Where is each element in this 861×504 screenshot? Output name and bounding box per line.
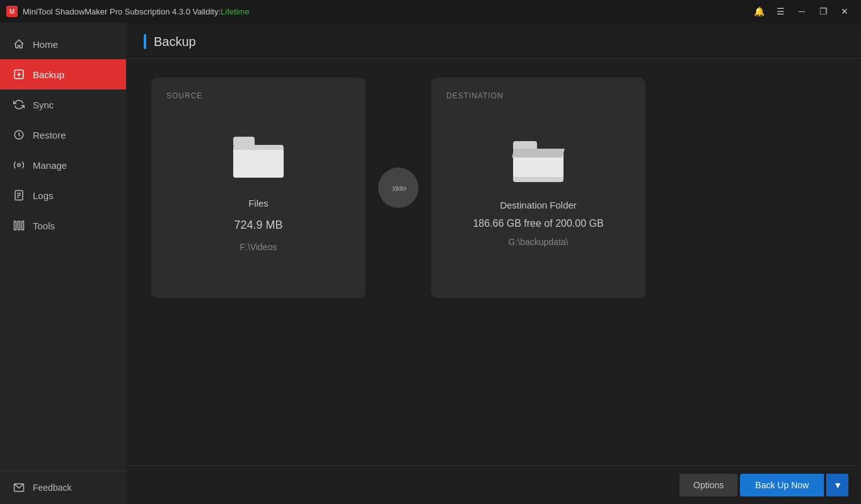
notification-button[interactable]: 🔔 <box>749 3 769 20</box>
sidebar-item-manage[interactable]: Manage <box>0 150 126 180</box>
svg-rect-10 <box>18 221 20 230</box>
page-accent <box>144 34 146 49</box>
sidebar-nav: Home Backup <box>0 29 126 471</box>
sidebar-item-restore[interactable]: Restore <box>0 120 126 150</box>
app-logo: M <box>6 6 18 17</box>
sidebar-item-backup-label: Backup <box>33 69 64 80</box>
restore-button[interactable]: ❐ <box>813 3 833 20</box>
feedback-icon <box>13 481 25 494</box>
options-button[interactable]: Options <box>679 474 737 496</box>
main-content: Backup SOURCE Files 724.9 MB F:\Videos <box>126 23 861 504</box>
close-button[interactable]: ✕ <box>835 3 855 20</box>
titlebar: M MiniTool ShadowMaker Pro Subscription … <box>0 0 861 23</box>
logs-icon <box>13 189 25 202</box>
app-title: MiniTool ShadowMaker Pro Subscription 4.… <box>23 7 741 16</box>
source-size: 724.9 MB <box>234 219 282 232</box>
sidebar-item-home[interactable]: Home <box>0 29 126 59</box>
bottom-bar: Options Back Up Now ▼ <box>126 466 861 504</box>
svg-rect-11 <box>22 221 24 230</box>
manage-icon <box>13 159 25 171</box>
destination-card[interactable]: DESTINATION Destination Folder 186.66 GB… <box>431 77 645 298</box>
source-card[interactable]: SOURCE Files 724.9 MB F:\Videos <box>151 77 366 298</box>
source-path: F:\Videos <box>240 242 277 252</box>
backup-area: SOURCE Files 724.9 MB F:\Videos »»» <box>126 59 861 466</box>
backup-icon <box>13 68 25 81</box>
sidebar-item-sync-label: Sync <box>33 100 54 110</box>
svg-point-4 <box>18 164 21 167</box>
dest-label: DESTINATION <box>446 91 504 100</box>
dest-free: 186.66 GB free of 200.00 GB <box>473 218 603 229</box>
sidebar-item-restore-label: Restore <box>33 130 66 140</box>
home-icon <box>13 38 25 50</box>
source-type: Files <box>248 198 269 209</box>
sidebar-item-logs-label: Logs <box>33 190 54 201</box>
window-controls: 🔔 ☰ ─ ❐ ✕ <box>749 3 855 20</box>
feedback-item[interactable]: Feedback <box>13 481 113 494</box>
feedback-label: Feedback <box>33 483 71 493</box>
sidebar-item-backup[interactable]: Backup <box>0 59 126 89</box>
sidebar-item-home-label: Home <box>33 39 58 50</box>
svg-rect-9 <box>14 221 16 230</box>
sidebar-item-tools[interactable]: Tools <box>0 210 126 241</box>
tools-icon <box>13 219 25 232</box>
sidebar-item-sync[interactable]: Sync <box>0 89 126 120</box>
app-body: Home Backup <box>0 23 861 504</box>
validity-value: Lifetime <box>221 7 250 16</box>
dest-type: Destination Folder <box>500 200 577 210</box>
arrow-symbol: »»» <box>391 181 405 195</box>
validity-prefix: Validity: <box>190 7 221 16</box>
page-title: Backup <box>154 35 196 49</box>
app-title-text: MiniTool ShadowMaker Pro Subscription 4.… <box>23 7 190 16</box>
page-header: Backup <box>126 23 861 59</box>
source-label: SOURCE <box>166 91 202 100</box>
dest-folder-icon <box>513 141 563 182</box>
svg-text:M: M <box>9 8 14 15</box>
arrow-indicator: »»» <box>378 168 419 208</box>
minimize-button[interactable]: ─ <box>792 3 812 20</box>
sync-icon <box>13 98 25 111</box>
sidebar: Home Backup <box>0 23 126 504</box>
dest-path: G:\backupdata\ <box>509 237 569 247</box>
source-folder-icon <box>233 137 284 178</box>
backup-dropdown-button[interactable]: ▼ <box>826 474 848 496</box>
menu-button[interactable]: ☰ <box>770 3 790 20</box>
sidebar-footer: Feedback <box>0 471 126 504</box>
backup-cards: SOURCE Files 724.9 MB F:\Videos »»» <box>151 77 836 298</box>
sidebar-item-tools-label: Tools <box>33 220 55 231</box>
restore-icon <box>13 129 25 141</box>
sidebar-item-manage-label: Manage <box>33 160 67 171</box>
backup-now-button[interactable]: Back Up Now <box>740 474 824 496</box>
sidebar-item-logs[interactable]: Logs <box>0 180 126 210</box>
